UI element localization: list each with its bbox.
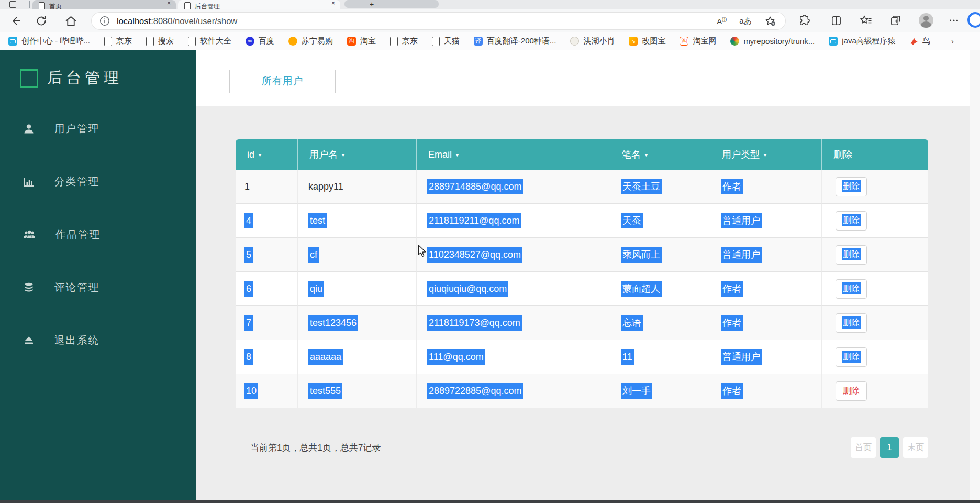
page-favicon bbox=[39, 2, 45, 9]
tab-actions-icon[interactable] bbox=[9, 1, 16, 8]
sidebar-item-user-management[interactable]: 用户管理 bbox=[23, 122, 99, 136]
bookmark-jd[interactable]: 京东 bbox=[104, 36, 132, 46]
bookmark-bilibili-creator[interactable]: 创作中心 - 哔哩哔... bbox=[8, 36, 90, 46]
favorites-button[interactable] bbox=[859, 13, 873, 28]
bookmark-bird[interactable]: 鸟 bbox=[910, 36, 930, 46]
tab-close-icon[interactable]: × bbox=[331, 0, 335, 7]
back-button[interactable] bbox=[7, 13, 23, 29]
eject-icon bbox=[23, 335, 35, 346]
browser-tab-strip: 首页 × 后台管理 × + bbox=[0, 0, 980, 9]
table-row: 1 kappy11 2889714885@qq.com 天蚕土豆 作者 删除 bbox=[236, 170, 928, 204]
delete-button[interactable]: 删除 bbox=[836, 211, 867, 231]
split-screen-button[interactable] bbox=[829, 13, 843, 28]
delete-button[interactable]: 删除 bbox=[836, 279, 867, 299]
taobao-outline-icon: 淘 bbox=[680, 37, 688, 46]
browser-tab-admin-active[interactable]: 后台管理 × bbox=[178, 0, 340, 9]
bookmark-honghuxiaoxiao[interactable]: 洪湖小肖 bbox=[570, 36, 615, 46]
page-favicon bbox=[184, 2, 191, 9]
bookmark-java[interactable]: java高级程序猿 bbox=[829, 36, 896, 46]
bookmark-search[interactable]: 搜索 bbox=[146, 36, 174, 46]
sort-caret-icon: ▼ bbox=[455, 152, 460, 158]
new-tab-button[interactable]: + bbox=[344, 0, 439, 8]
delete-button[interactable]: 删除 bbox=[836, 245, 867, 265]
read-aloud-icon[interactable]: A))) bbox=[717, 17, 727, 26]
bookmark-software[interactable]: 软件大全 bbox=[188, 36, 231, 46]
home-icon bbox=[64, 15, 77, 28]
scrollbar-track[interactable] bbox=[970, 50, 980, 500]
table-row: 5 cf 1102348527@qq.com 乘风而上 普通用户 删除 bbox=[236, 238, 928, 272]
sidebar-item-works-management[interactable]: 作品管理 bbox=[23, 227, 101, 242]
repo-icon bbox=[730, 37, 739, 46]
bilibili-icon bbox=[829, 37, 838, 46]
bookmark-jd2[interactable]: 京东 bbox=[390, 36, 418, 46]
add-favorite-icon[interactable] bbox=[764, 15, 776, 27]
table-row: 4 test 2118119211@qq.com 天蚕 普通用户 删除 bbox=[236, 204, 928, 238]
profile-avatar[interactable] bbox=[919, 13, 933, 28]
suning-icon bbox=[288, 37, 297, 46]
admin-sidebar: 后台管理 用户管理 分类管理 作品管理 评论管理 退出系统 bbox=[0, 50, 196, 500]
bookmark-taobao[interactable]: 淘淘宝 bbox=[347, 36, 376, 46]
bookmark-myrepository[interactable]: myrepository/trunk... bbox=[730, 37, 815, 46]
current-page-button[interactable]: 1 bbox=[880, 437, 899, 458]
bookmark-suning[interactable]: 苏宁易购 bbox=[288, 36, 333, 46]
bookmark-baidu[interactable]: du百度 bbox=[246, 36, 274, 46]
cell-username: aaaaaa bbox=[308, 349, 343, 365]
cell-id: 6 bbox=[244, 281, 253, 297]
tab-close-icon[interactable]: × bbox=[167, 0, 171, 7]
delete-button[interactable]: 删除 bbox=[836, 313, 867, 333]
split-screen-icon bbox=[830, 15, 842, 27]
home-button[interactable] bbox=[63, 13, 79, 29]
bilibili-icon bbox=[8, 37, 17, 46]
sidebar-item-logout[interactable]: 退出系统 bbox=[23, 333, 99, 347]
window-bottom-edge bbox=[0, 500, 980, 503]
cell-user-type: 作者 bbox=[721, 281, 743, 297]
sort-caret-icon: ▼ bbox=[763, 152, 767, 158]
header-username[interactable]: 用户名▼ bbox=[298, 139, 417, 170]
users-table: id▼ 用户名▼ Email▼ 笔名▼ 用户类型▼ 删除 1 kappy11 2 bbox=[236, 139, 928, 408]
bookmark-taobao-net[interactable]: 淘淘宝网 bbox=[680, 36, 716, 46]
bookmarks-overflow-chevron[interactable]: › bbox=[951, 37, 954, 46]
first-page-button[interactable]: 首页 bbox=[851, 437, 876, 458]
header-user-type[interactable]: 用户类型▼ bbox=[710, 139, 822, 170]
delete-button[interactable]: 删除 bbox=[836, 381, 867, 401]
bookmark-baidu-translate[interactable]: 译百度翻译-200种语... bbox=[474, 36, 556, 46]
bookmark-gaitubao[interactable]: ↘改图宝 bbox=[629, 36, 665, 46]
browser-tab-home[interactable]: 首页 × bbox=[32, 0, 176, 9]
cell-username: test123456 bbox=[308, 315, 358, 331]
settings-more-button[interactable] bbox=[946, 13, 961, 28]
last-page-button[interactable]: 末页 bbox=[903, 437, 928, 458]
address-bar[interactable]: localhost:8080/novel/user/show A))) aあ bbox=[91, 12, 786, 30]
collections-button[interactable] bbox=[888, 13, 903, 28]
taobao-icon: 淘 bbox=[347, 37, 356, 46]
cell-email: 2889722885@qq.com bbox=[427, 383, 523, 399]
page-icon bbox=[146, 37, 154, 46]
extensions-button[interactable] bbox=[797, 13, 811, 28]
header-id[interactable]: id▼ bbox=[236, 139, 298, 170]
sidebar-item-comment-management[interactable]: 评论管理 bbox=[23, 280, 99, 294]
delete-button[interactable]: 删除 bbox=[836, 347, 867, 367]
red-bird-icon bbox=[910, 37, 918, 46]
refresh-button[interactable] bbox=[34, 13, 49, 29]
translate-icon[interactable]: aあ bbox=[739, 16, 752, 26]
tab-all-users[interactable]: 所有用户 bbox=[229, 70, 336, 93]
cell-user-type: 普通用户 bbox=[721, 213, 762, 228]
tab-divider bbox=[29, 1, 30, 8]
header-pen-name[interactable]: 笔名▼ bbox=[610, 139, 710, 170]
bar-chart-icon bbox=[23, 176, 35, 188]
copilot-icon[interactable] bbox=[967, 12, 980, 28]
delete-button[interactable]: 删除 bbox=[836, 177, 867, 196]
browser-toolbar: localhost:8080/novel/user/show A))) aあ bbox=[0, 9, 980, 32]
main-area: 所有用户 id▼ 用户名▼ Email▼ 笔名▼ 用户类型▼ 删除 bbox=[196, 50, 980, 500]
collections-icon bbox=[889, 15, 901, 27]
cell-user-type: 普通用户 bbox=[721, 247, 762, 263]
cell-username: test555 bbox=[308, 383, 342, 399]
cell-id: 4 bbox=[244, 213, 253, 228]
page-icon bbox=[390, 37, 398, 46]
header-email[interactable]: Email▼ bbox=[417, 139, 610, 170]
cell-user-type: 普通用户 bbox=[721, 349, 762, 365]
site-info-icon[interactable] bbox=[99, 15, 110, 27]
cell-user-type: 作者 bbox=[721, 315, 743, 331]
bookmark-tmall[interactable]: 天猫 bbox=[432, 36, 460, 46]
sidebar-item-category-management[interactable]: 分类管理 bbox=[23, 174, 99, 189]
cell-pen-name: 忘语 bbox=[621, 315, 643, 331]
